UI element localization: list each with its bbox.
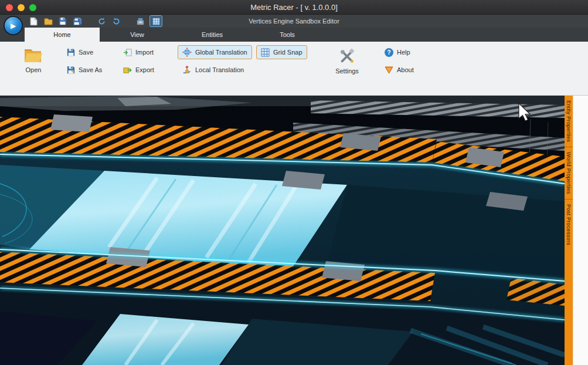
import-icon (123, 48, 132, 57)
local-translation-icon (182, 65, 192, 75)
tab-view[interactable]: View (100, 28, 175, 42)
undo-button[interactable] (96, 16, 107, 26)
local-translation-label: Local Translation (195, 66, 244, 73)
window-controls (6, 0, 36, 15)
about-button[interactable]: About (380, 63, 419, 77)
global-translation-label: Global Translation (195, 49, 247, 56)
tab-post-processors[interactable]: Post Processors (565, 199, 573, 250)
zoom-window-button[interactable] (29, 4, 36, 11)
side-panel-tabs: Entity Properties World Properties Post … (565, 96, 573, 365)
open-file-button[interactable] (43, 16, 53, 26)
help-icon: ? (385, 48, 393, 57)
viewport-grid-toggle[interactable] (149, 15, 162, 27)
import-export-group: Import Export (118, 45, 159, 77)
save-label: Save (79, 49, 93, 56)
tab-entities[interactable]: Entities (175, 28, 250, 42)
save-as-icon (67, 66, 75, 74)
engine-tool-button[interactable] (135, 16, 145, 26)
save-button[interactable]: Save (62, 45, 107, 59)
save-as-button[interactable]: Save As (62, 63, 107, 77)
import-label: Import (135, 49, 154, 56)
grid-snap-label: Grid Snap (273, 49, 303, 56)
right-gutter (573, 96, 588, 365)
undo-icon (97, 17, 106, 26)
grid-snap-button[interactable]: Grid Snap (256, 45, 307, 59)
import-button[interactable]: Import (118, 45, 159, 59)
save-icon (59, 17, 67, 25)
window-title: Metric Racer - [ v. 1.0.0.0] (0, 3, 588, 12)
tab-world-properties[interactable]: World Properties (565, 147, 573, 199)
export-button[interactable]: Export (118, 63, 159, 77)
titlebar: Metric Racer - [ v. 1.0.0.0] (0, 0, 588, 15)
settings-button[interactable]: Settings (330, 48, 364, 75)
new-document-button[interactable] (28, 16, 39, 26)
about-label: About (397, 66, 414, 73)
local-translation-button[interactable]: Local Translation (178, 63, 252, 77)
app-window: Metric Racer - [ v. 1.0.0.0] (0, 0, 588, 365)
quick-save-button[interactable] (57, 16, 68, 26)
engine-icon (136, 17, 145, 26)
save-icon (67, 48, 75, 56)
tab-entity-properties[interactable]: Entity Properties (565, 96, 573, 147)
grid-snap-icon (261, 48, 270, 57)
open-label: Open (26, 66, 42, 73)
tab-tools[interactable]: Tools (250, 28, 325, 42)
open-folder-icon (44, 18, 53, 25)
viewport-grid-icon (152, 18, 160, 25)
translation-group: Global Translation Local Translation (178, 45, 252, 77)
save-as-label: Save As (79, 66, 102, 73)
ribbon-tab-bar: Home View Entities Tools (0, 28, 588, 42)
export-icon (123, 66, 132, 75)
scene-render (0, 96, 565, 365)
save-all-icon (73, 17, 82, 26)
close-window-button[interactable] (6, 4, 13, 11)
ribbon-home-panel: Open Save Save As Import Export (0, 42, 588, 96)
about-triangle-icon (385, 66, 393, 74)
save-all-button[interactable] (72, 16, 83, 26)
viewport-3d-scene[interactable] (0, 96, 565, 365)
open-folder-large-icon (23, 46, 43, 64)
tab-home[interactable]: Home (25, 28, 100, 42)
play-button[interactable]: ▶ (4, 16, 23, 35)
save-group: Save Save As (62, 45, 107, 77)
global-translation-button[interactable]: Global Translation (178, 45, 252, 59)
minimize-window-button[interactable] (18, 4, 25, 11)
open-button[interactable]: Open (16, 46, 50, 73)
redo-button[interactable] (111, 16, 121, 26)
snap-group: Grid Snap (256, 45, 307, 59)
play-icon: ▶ (11, 22, 16, 30)
settings-tools-icon (338, 48, 356, 65)
help-label: Help (397, 49, 410, 56)
quick-access-toolbar: Vertices Engine Sandbox Editor (0, 15, 588, 28)
redo-icon (112, 17, 121, 26)
export-label: Export (135, 66, 154, 73)
global-translation-icon (182, 48, 192, 57)
help-group: ? Help About (380, 45, 419, 77)
settings-label: Settings (335, 67, 359, 75)
help-button[interactable]: ? Help (380, 45, 419, 59)
new-document-icon (30, 17, 38, 26)
